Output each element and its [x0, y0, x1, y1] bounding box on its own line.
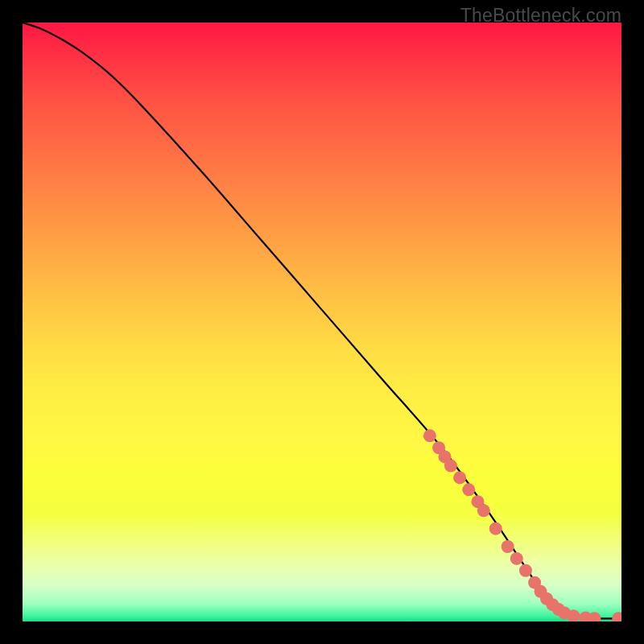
data-marker — [489, 522, 502, 535]
data-marker — [453, 471, 466, 484]
data-marker — [444, 460, 457, 473]
data-marker — [519, 564, 532, 577]
data-marker — [567, 609, 580, 621]
curve-line — [23, 23, 621, 618]
data-marker — [432, 441, 445, 454]
data-marker — [546, 598, 559, 611]
data-marker — [477, 504, 490, 517]
data-marker — [510, 552, 523, 565]
data-marker — [462, 483, 475, 496]
data-marker — [471, 495, 484, 508]
data-marker — [528, 576, 541, 589]
data-marker — [579, 612, 592, 621]
chart-svg — [23, 23, 621, 621]
data-marker — [535, 585, 547, 598]
data-marker — [439, 450, 452, 463]
data-marker — [423, 429, 436, 442]
data-marker — [502, 540, 514, 553]
data-marker — [588, 612, 601, 621]
data-marker — [552, 603, 565, 616]
data-marker — [612, 612, 621, 621]
data-markers — [423, 429, 621, 621]
data-marker — [558, 607, 571, 620]
data-marker — [540, 592, 553, 605]
plot-area — [23, 23, 621, 621]
chart-container: TheBottleneck.com — [0, 0, 644, 644]
